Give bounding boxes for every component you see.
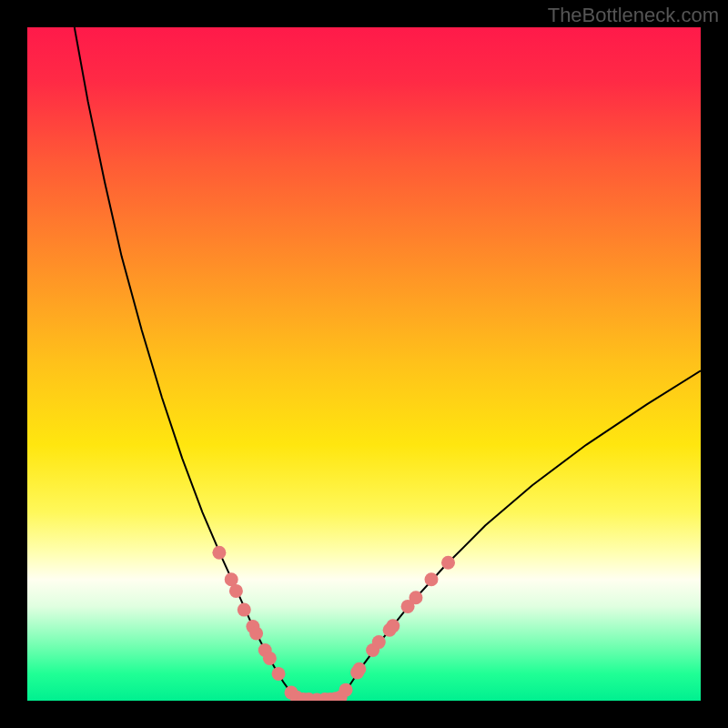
data-marker bbox=[425, 572, 439, 586]
data-marker bbox=[352, 662, 366, 676]
data-marker bbox=[272, 667, 286, 681]
data-marker bbox=[263, 652, 277, 665]
data-marker bbox=[212, 546, 226, 560]
data-marker bbox=[229, 584, 243, 598]
chart-background bbox=[27, 27, 701, 701]
data-marker bbox=[238, 603, 251, 617]
watermark-text: TheBottleneck.com bbox=[548, 4, 719, 27]
data-marker bbox=[372, 635, 386, 649]
bottleneck-chart bbox=[27, 27, 701, 701]
plot-frame bbox=[27, 27, 701, 701]
data-marker bbox=[386, 619, 399, 632]
data-marker bbox=[249, 627, 263, 641]
data-marker bbox=[441, 556, 455, 570]
data-marker bbox=[339, 683, 353, 697]
data-marker bbox=[409, 591, 422, 604]
